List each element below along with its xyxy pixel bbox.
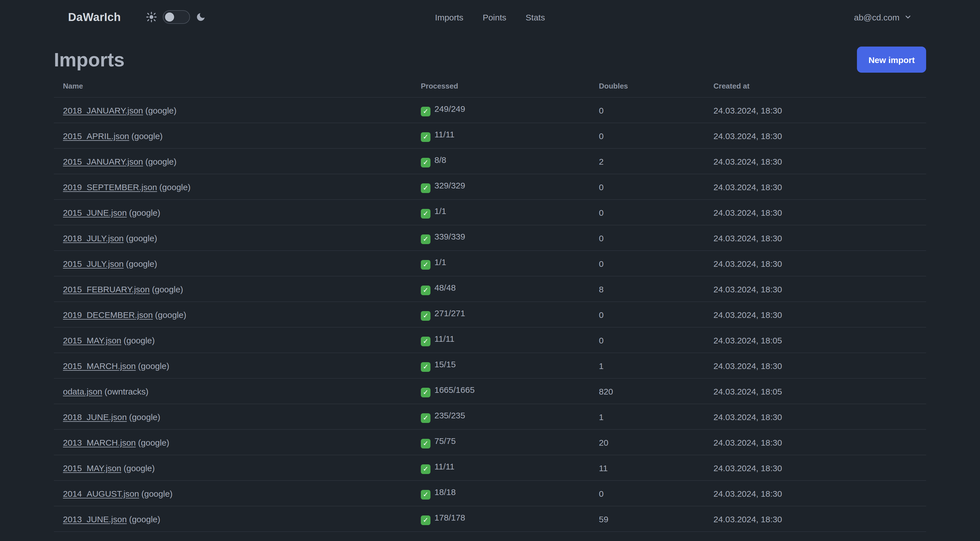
navbar-left: DaWarIch <box>68 10 206 24</box>
processed-cell: ✓48/48 <box>412 276 590 302</box>
processed-count: 11/11 <box>434 334 455 344</box>
created-at-value: 24.03.2024, 18:30 <box>705 480 926 506</box>
success-check-icon: ✓ <box>421 184 430 193</box>
success-check-icon: ✓ <box>421 515 430 525</box>
import-file-link[interactable]: 2015_MARCH.json <box>63 361 136 370</box>
doubles-count: 0 <box>590 251 705 276</box>
name-cell: 2015_MAY.json(google) <box>54 455 412 480</box>
created-at-value: 24.03.2024, 18:30 <box>705 148 926 174</box>
new-import-button[interactable]: New import <box>857 46 926 73</box>
import-file-link[interactable]: 2015_JANUARY.json <box>63 156 143 166</box>
table-row: 2018_JANUARY.json(google) ✓249/249 0 24.… <box>54 97 926 123</box>
app-window: DaWarIch Imports <box>0 0 980 541</box>
processed-cell: ✓1/1 <box>412 251 590 276</box>
import-file-link[interactable]: 2014_AUGUST.json <box>63 488 139 498</box>
import-file-link[interactable]: 2018_JULY.json <box>63 233 124 243</box>
import-file-link[interactable]: 2015_APRIL.json <box>63 131 129 140</box>
app-logo[interactable]: DaWarIch <box>68 11 121 24</box>
name-cell: 2015_MARCH.json(google) <box>54 353 412 378</box>
doubles-count: 0 <box>590 302 705 327</box>
import-file-link[interactable]: 2015_MAY.json <box>63 335 121 345</box>
name-cell: 2019_DECEMBER.json(google) <box>54 302 412 327</box>
account-menu[interactable]: ab@cd.com <box>854 12 912 22</box>
import-source-label: (google) <box>145 156 177 166</box>
import-file-link[interactable]: 2015_FEBRUARY.json <box>63 284 150 294</box>
import-source-label: (owntracks) <box>104 386 148 396</box>
name-cell: 2018_JULY.json(google) <box>54 225 412 251</box>
imports-table-body: 2018_JANUARY.json(google) ✓249/249 0 24.… <box>54 97 926 541</box>
processed-cell: ✓271/271 <box>412 302 590 327</box>
success-check-icon: ✓ <box>421 337 430 346</box>
table-row: ✓ <box>54 531 926 541</box>
processed-cell: ✓178/178 <box>412 506 590 531</box>
processed-cell: ✓1/1 <box>412 199 590 225</box>
name-cell: 2015_JULY.json(google) <box>54 251 412 276</box>
success-check-icon: ✓ <box>421 158 430 168</box>
processed-count: 235/235 <box>434 411 465 420</box>
doubles-count: 1 <box>590 404 705 429</box>
created-at-value: 24.03.2024, 18:30 <box>705 199 926 225</box>
created-at-value: 24.03.2024, 18:30 <box>705 353 926 378</box>
nav-link-points[interactable]: Points <box>483 12 506 22</box>
processed-cell: ✓11/11 <box>412 123 590 148</box>
processed-count: 329/329 <box>434 181 465 190</box>
doubles-count: 0 <box>590 225 705 251</box>
import-file-link[interactable]: odata.json <box>63 386 102 396</box>
import-source-label: (google) <box>129 207 160 217</box>
nav-link-imports[interactable]: Imports <box>435 12 463 22</box>
chevron-down-icon <box>904 13 912 21</box>
main-nav: Imports Points Stats <box>435 12 545 22</box>
success-check-icon: ✓ <box>421 413 430 423</box>
created-at-value: 24.03.2024, 18:30 <box>705 276 926 302</box>
processed-count: 249/249 <box>434 104 465 114</box>
created-at-value <box>705 531 926 541</box>
created-at-value: 24.03.2024, 18:30 <box>705 506 926 531</box>
import-file-link[interactable]: 2019_SEPTEMBER.json <box>63 182 157 192</box>
theme-toggle-switch[interactable] <box>163 10 190 24</box>
import-file-link[interactable]: 2018_JANUARY.json <box>63 105 143 115</box>
success-check-icon: ✓ <box>421 132 430 142</box>
table-row: 2019_SEPTEMBER.json(google) ✓329/329 0 2… <box>54 174 926 199</box>
table-row: odata.json(owntracks) ✓1665/1665 820 24.… <box>54 378 926 404</box>
import-source-label: (google) <box>145 105 177 115</box>
created-at-value: 24.03.2024, 18:30 <box>705 429 926 455</box>
import-source-label: (google) <box>152 284 183 294</box>
imports-table-head: Name Processed Doubles Created at <box>54 76 926 97</box>
table-row: 2015_MAY.json(google) ✓11/11 0 24.03.202… <box>54 327 926 353</box>
processed-cell: ✓11/11 <box>412 327 590 353</box>
doubles-count: 0 <box>590 174 705 199</box>
created-at-value: 24.03.2024, 18:30 <box>705 404 926 429</box>
processed-cell: ✓329/329 <box>412 174 590 199</box>
success-check-icon: ✓ <box>421 439 430 448</box>
import-file-link[interactable]: 2015_JULY.json <box>63 259 124 268</box>
import-source-label: (google) <box>155 310 186 319</box>
table-row: 2015_APRIL.json(google) ✓11/11 0 24.03.2… <box>54 123 926 148</box>
moon-icon <box>196 12 206 22</box>
doubles-count: 0 <box>590 199 705 225</box>
import-file-link[interactable]: 2018_JUNE.json <box>63 412 127 421</box>
processed-count: 18/18 <box>434 487 456 497</box>
created-at-value: 24.03.2024, 18:30 <box>705 97 926 123</box>
import-file-link[interactable]: 2019_DECEMBER.json <box>63 310 153 319</box>
nav-link-stats[interactable]: Stats <box>526 12 545 22</box>
created-at-value: 24.03.2024, 18:05 <box>705 327 926 353</box>
import-file-link[interactable]: 2015_JUNE.json <box>63 207 127 217</box>
import-file-link[interactable]: 2013_JUNE.json <box>63 514 127 524</box>
success-check-icon: ✓ <box>421 209 430 219</box>
imports-page: Imports New import Name Processed Double… <box>54 45 926 541</box>
success-check-icon: ✓ <box>421 464 430 474</box>
import-source-label: (google) <box>159 182 191 192</box>
processed-cell: ✓235/235 <box>412 404 590 429</box>
theme-toggle-knob <box>165 13 174 22</box>
column-header-created-at: Created at <box>705 76 926 97</box>
success-check-icon: ✓ <box>421 286 430 295</box>
doubles-count: 0 <box>590 123 705 148</box>
page-header: Imports New import <box>54 45 926 74</box>
processed-cell: ✓18/18 <box>412 480 590 506</box>
processed-cell: ✓11/11 <box>412 455 590 480</box>
import-file-link[interactable]: 2013_MARCH.json <box>63 437 136 447</box>
name-cell: 2015_APRIL.json(google) <box>54 123 412 148</box>
import-file-link[interactable]: 2015_MAY.json <box>63 463 121 472</box>
import-source-label: (google) <box>138 361 169 370</box>
processed-count: 1665/1665 <box>434 385 475 395</box>
